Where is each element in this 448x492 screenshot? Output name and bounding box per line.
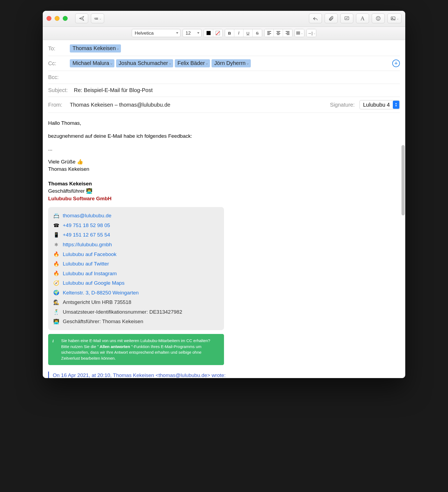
- contact-link[interactable]: Lulububu auf Instagram: [63, 270, 117, 277]
- align-center-button[interactable]: [274, 29, 283, 37]
- contact-link[interactable]: Lulububu auf Google Maps: [63, 279, 124, 287]
- contact-row: 👨‍💻Geschäftsführer: Thomas Kekeisen: [53, 317, 219, 326]
- body-closing: Viele Grüße 👍: [48, 158, 400, 166]
- contact-link[interactable]: +49 151 12 67 55 54: [63, 231, 110, 239]
- align-left-button[interactable]: [265, 29, 274, 37]
- contact-row: ☎+49 751 18 52 98 05: [53, 221, 219, 230]
- photo-browser-button[interactable]: ⌵: [387, 14, 401, 23]
- markup-button[interactable]: [340, 14, 353, 23]
- signature-label: Signature:: [330, 102, 355, 108]
- contact-link[interactable]: https://lulububu.gmbh: [63, 241, 112, 248]
- contact-icon: 🕺: [53, 309, 60, 316]
- quote-line: On 16 Apr 2021, at 20:10, Thomas Kekeise…: [53, 372, 226, 378]
- quoted-header: On 16 Apr 2021, at 20:10, Thomas Kekeise…: [48, 372, 400, 378]
- scrollbar-thumb[interactable]: [401, 145, 405, 215]
- bg-color-button[interactable]: [213, 29, 222, 37]
- recipient-pill[interactable]: Thomas Kekeisen⌵: [70, 44, 121, 53]
- contact-icon: 🧭: [53, 280, 60, 287]
- contact-row: 🔥Lulububu auf Facebook: [53, 250, 219, 259]
- bold-button[interactable]: B: [225, 29, 234, 37]
- align-right-button[interactable]: [283, 29, 292, 37]
- text-color-button[interactable]: [204, 29, 213, 37]
- body-ellipsis: ...: [48, 145, 400, 153]
- format-button[interactable]: A: [356, 14, 369, 23]
- contact-row: 🧭Lulububu auf Google Maps: [53, 278, 219, 288]
- minimize-window-button[interactable]: [55, 16, 60, 21]
- color-group: [204, 29, 223, 37]
- body-greeting: Hallo Thomas,: [48, 119, 400, 127]
- to-label: To:: [48, 45, 67, 52]
- signature-name: Thomas Kekeisen: [48, 180, 400, 188]
- contact-text: Geschäftsführer: Thomas Kekeisen: [63, 318, 143, 325]
- contact-icon: 📇: [53, 212, 60, 219]
- close-window-button[interactable]: [47, 16, 51, 21]
- bcc-label: Bcc:: [48, 74, 67, 80]
- cc-label: Cc:: [48, 60, 67, 67]
- recipient-pill[interactable]: Michael Malura⌵: [70, 59, 114, 67]
- message-body[interactable]: Hallo Thomas, bezugnehmend auf deine E-M…: [43, 113, 405, 378]
- contact-link[interactable]: Keltenstr. 3, D-88250 Weingarten: [63, 289, 139, 297]
- emoji-button[interactable]: [372, 14, 385, 23]
- font-family-select[interactable]: Helvetica: [132, 29, 180, 37]
- from-row: From: Thomas Kekeisen – thomas@lulububu.…: [48, 97, 400, 113]
- subject-row[interactable]: Subject: Re: Beispiel-E-Mail für Blog-Po…: [48, 84, 400, 97]
- contact-icon: 👨‍💻: [53, 318, 60, 325]
- contact-row: 🔥Lulububu auf Instagram: [53, 269, 219, 278]
- contact-icon: 🔥: [53, 270, 60, 277]
- list-group: ⌵: [295, 29, 304, 37]
- svg-point-3: [379, 18, 379, 18]
- subject-label: Subject:: [48, 87, 71, 93]
- attach-button[interactable]: [325, 14, 338, 23]
- contact-row: 🔥Lulububu auf Twitter: [53, 259, 219, 269]
- list-button[interactable]: ⌵: [295, 29, 304, 37]
- zoom-window-button[interactable]: [63, 16, 68, 21]
- contact-link[interactable]: thomas@lulububu.de: [63, 212, 111, 219]
- recipient-pill[interactable]: Jörn Dyherrn⌵: [212, 59, 251, 67]
- body-closing-name: Thomas Kekeisen: [48, 165, 400, 173]
- subject-value: Re: Beispiel-E-Mail für Blog-Post: [74, 87, 153, 93]
- cc-row[interactable]: Cc: Michael Malura⌵Joshua Schumacher⌵Fel…: [48, 56, 400, 71]
- svg-point-1: [376, 17, 380, 21]
- from-value[interactable]: Thomas Kekeisen – thomas@lulububu.de: [70, 102, 170, 108]
- compose-window: ≔⌵ A ⌵ Helvetica 12: [43, 11, 405, 378]
- body-line1: bezugnehmend auf deine E-Mail habe ich f…: [48, 132, 400, 140]
- add-recipient-button[interactable]: +: [392, 60, 400, 67]
- strike-button[interactable]: S: [253, 29, 262, 37]
- contact-icon: ⚛: [53, 241, 60, 248]
- contact-text: Umsatzsteuer-Identifikationsnummer: DE31…: [63, 308, 182, 316]
- from-label: From:: [48, 102, 67, 108]
- recipient-pill[interactable]: Felix Bäder⌵: [175, 59, 210, 67]
- contact-link[interactable]: +49 751 18 52 98 05: [63, 222, 110, 229]
- contact-icon: 🔥: [53, 260, 60, 267]
- italic-button[interactable]: I: [234, 29, 243, 37]
- contact-row: 📱+49 151 12 67 55 54: [53, 230, 219, 240]
- underline-button[interactable]: U: [243, 29, 253, 37]
- indent-group: →|⌵: [307, 29, 316, 37]
- titlebar: ≔⌵ A ⌵: [43, 11, 405, 27]
- to-row[interactable]: To: Thomas Kekeisen⌵: [48, 41, 400, 56]
- bcc-row[interactable]: Bcc:: [48, 71, 400, 84]
- contact-link[interactable]: Lulububu auf Twitter: [63, 260, 109, 268]
- send-button[interactable]: [75, 14, 88, 23]
- contact-row: 📇thomas@lulububu.de: [53, 211, 219, 221]
- contact-row: 🕵️Amtsgericht Ulm HRB 735518: [53, 297, 219, 307]
- reply-all-notice: i Sie haben eine E-Mail von uns mit weit…: [48, 334, 224, 365]
- indent-button[interactable]: →|⌵: [307, 29, 316, 37]
- scrollbar[interactable]: [401, 145, 405, 376]
- reply-button[interactable]: [309, 14, 322, 23]
- contact-icon: 📱: [53, 231, 60, 238]
- header-fields-menu-button[interactable]: ≔⌵: [91, 14, 104, 23]
- recipient-pill[interactable]: Joshua Schumacher⌵: [116, 59, 173, 67]
- contact-link[interactable]: Lulububu auf Facebook: [63, 251, 117, 258]
- contact-icon: 🌍: [53, 289, 60, 296]
- contact-icon: ☎: [53, 222, 60, 229]
- svg-point-2: [377, 18, 378, 18]
- signature-select[interactable]: Lulububu 4: [360, 100, 400, 109]
- contact-row: 🕺Umsatzsteuer-Identifikationsnummer: DE3…: [53, 307, 219, 317]
- signature-title: Geschäftsführer 👨‍💻: [48, 187, 400, 195]
- font-size-select[interactable]: 12: [183, 29, 202, 37]
- signature-company: Lulububu Software GmbH: [48, 195, 400, 202]
- contact-icon: 🕵️: [53, 299, 60, 306]
- contact-row: 🌍Keltenstr. 3, D-88250 Weingarten: [53, 288, 219, 298]
- signature-contact-box: 📇thomas@lulububu.de☎+49 751 18 52 98 05📱…: [48, 207, 224, 330]
